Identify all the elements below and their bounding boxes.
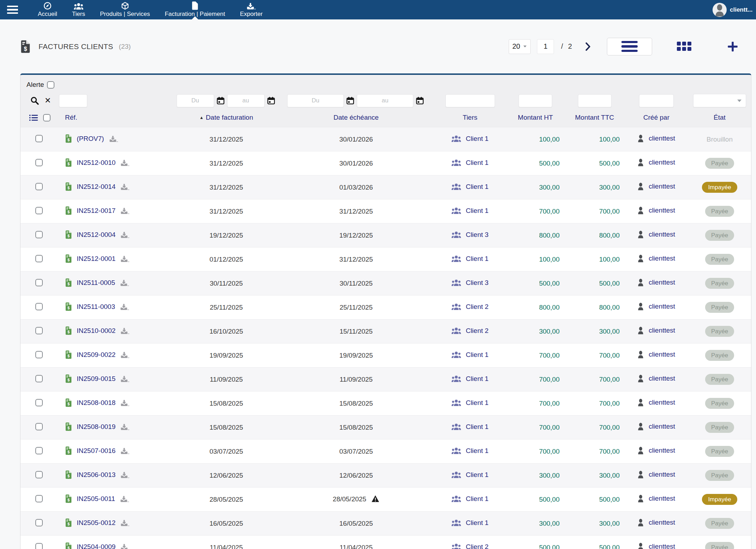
column-header-montant-ht[interactable]: Montant HT [518,114,553,121]
created-by-link[interactable]: clienttest [649,495,675,502]
created-by-link[interactable]: clienttest [649,303,675,310]
row-checkbox[interactable] [35,399,43,406]
row-checkbox[interactable] [35,207,43,214]
filter-etat-select[interactable] [693,94,746,107]
tiers-link[interactable]: Client 1 [466,495,488,502]
download-icon[interactable] [119,520,129,528]
tiers-link[interactable]: Client 1 [466,135,488,142]
filter-montant-ttc-input[interactable] [578,94,612,107]
download-icon[interactable] [118,304,129,312]
download-icon[interactable] [107,136,118,144]
created-by-link[interactable]: clienttest [649,159,675,166]
created-by-link[interactable]: clienttest [649,207,675,214]
download-icon[interactable] [119,400,129,408]
invoice-ref-link[interactable]: IN2512-0010 [77,159,116,166]
filter-cree-par-input[interactable] [639,94,674,107]
row-checkbox[interactable] [35,375,43,382]
created-by-link[interactable]: clienttest [649,231,675,238]
list-columns-icon[interactable] [29,114,38,121]
download-icon[interactable] [119,544,129,549]
column-header-date-echeance[interactable]: Date échéance [333,114,379,121]
filter-date-facturation-to-input[interactable] [227,94,265,107]
row-checkbox[interactable] [35,519,43,526]
row-checkbox[interactable] [35,135,43,142]
column-header-ref[interactable]: Réf. [65,114,77,121]
filter-montant-ht-input[interactable] [519,94,552,107]
page-size-select[interactable]: 20 [509,39,531,54]
invoice-ref-link[interactable]: IN2512-0017 [77,207,116,214]
tiers-link[interactable]: Client 1 [466,471,488,478]
row-checkbox[interactable] [35,495,43,502]
filter-date-echeance-from-input[interactable] [287,94,344,107]
invoice-ref-link[interactable]: IN2512-0014 [77,183,116,190]
hamburger-menu-icon[interactable] [0,0,25,19]
tiers-link[interactable]: Client 1 [466,423,488,430]
tiers-link[interactable]: Client 3 [466,279,488,286]
tiers-link[interactable]: Client 1 [466,375,488,382]
invoice-ref-link[interactable]: IN2505-0011 [77,495,115,502]
grid-view-button[interactable] [677,42,692,52]
invoice-ref-link[interactable]: IN2507-0016 [77,447,116,454]
tiers-link[interactable]: Client 1 [466,207,488,214]
download-icon[interactable] [119,424,129,432]
tiers-link[interactable]: Client 1 [466,519,488,526]
invoice-ref-link[interactable]: IN2508-0019 [77,423,116,430]
download-icon[interactable] [118,496,129,504]
download-icon[interactable] [119,160,129,168]
row-checkbox[interactable] [35,447,43,454]
invoice-ref-link[interactable]: IN2511-0005 [77,279,115,286]
search-icon[interactable] [30,96,39,105]
download-icon[interactable] [118,280,129,288]
user-menu[interactable]: clientt... [713,0,756,19]
invoice-ref-link[interactable]: IN2509-0022 [77,351,116,358]
download-icon[interactable] [119,208,129,216]
nav-item-facturation-paiement[interactable]: Facturation | Paiement [157,0,232,19]
nav-item-tiers[interactable]: Tiers [65,0,93,19]
tiers-link[interactable]: Client 1 [466,447,488,454]
row-checkbox[interactable] [35,303,43,310]
tiers-link[interactable]: Client 1 [466,183,488,190]
invoice-ref-link[interactable]: IN2512-0001 [77,255,116,262]
download-icon[interactable] [119,328,129,336]
filter-date-echeance-to-input[interactable] [357,94,413,107]
tiers-link[interactable]: Client 2 [466,543,488,549]
tiers-link[interactable]: Client 1 [466,159,488,166]
invoice-ref-link[interactable]: (PROV7) [77,135,104,142]
invoice-ref-link[interactable]: IN2512-0004 [77,231,116,238]
created-by-link[interactable]: clienttest [649,447,675,454]
created-by-link[interactable]: clienttest [649,375,675,382]
download-icon[interactable] [119,472,129,480]
next-page-button[interactable] [585,42,591,51]
row-checkbox[interactable] [35,255,43,262]
created-by-link[interactable]: clienttest [649,471,675,478]
tiers-link[interactable]: Client 2 [466,327,488,334]
list-view-button[interactable] [607,38,652,55]
created-by-link[interactable]: clienttest [649,399,675,406]
filter-date-facturation-from-input[interactable] [177,94,214,107]
download-icon[interactable] [119,376,129,384]
row-checkbox[interactable] [35,423,43,430]
created-by-link[interactable]: clienttest [649,183,675,190]
create-invoice-button[interactable] [727,41,738,52]
row-checkbox[interactable] [35,327,43,334]
tiers-link[interactable]: Client 1 [466,351,488,358]
row-checkbox[interactable] [35,159,43,166]
tiers-link[interactable]: Client 1 [466,255,488,262]
select-all-checkbox[interactable] [43,114,51,121]
created-by-link[interactable]: clienttest [649,543,675,549]
column-header-date-facturation[interactable]: Date facturation [206,114,253,121]
row-checkbox[interactable] [35,231,43,238]
invoice-ref-link[interactable]: IN2508-0018 [77,399,116,406]
invoice-ref-link[interactable]: IN2511-0003 [77,303,115,310]
column-header-cree-par[interactable]: Créé par [643,114,669,121]
filter-tiers-input[interactable] [445,94,495,107]
alerte-checkbox[interactable] [47,81,54,89]
download-icon[interactable] [119,256,129,264]
row-checkbox[interactable] [35,543,43,549]
row-checkbox[interactable] [35,279,43,286]
nav-item-produits-services[interactable]: Produits | Services [93,0,157,19]
row-checkbox[interactable] [35,183,43,190]
created-by-link[interactable]: clienttest [649,279,675,286]
invoice-ref-link[interactable]: IN2505-0012 [77,519,116,526]
calendar-icon[interactable] [346,97,354,105]
